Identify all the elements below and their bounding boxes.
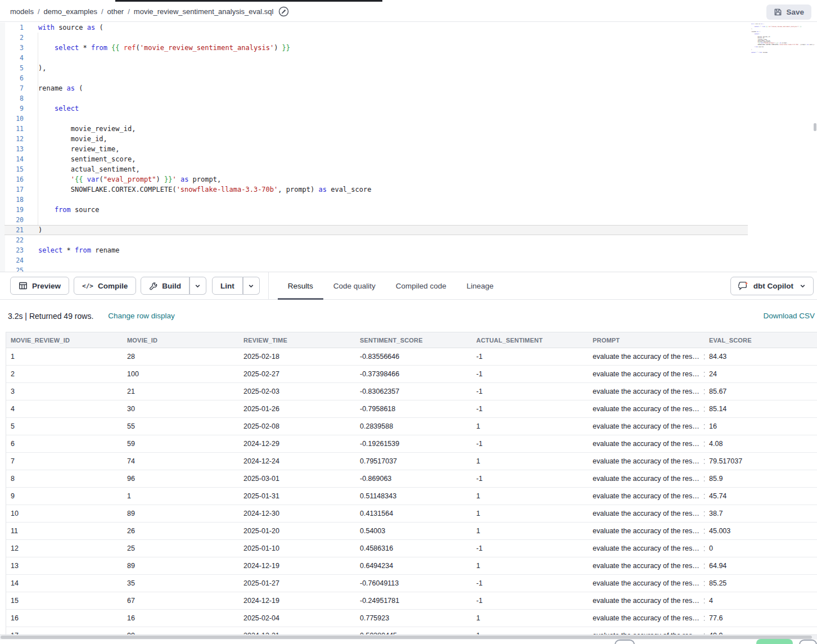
compile-button[interactable]: </> Compile — [74, 277, 136, 295]
column-header[interactable]: PROMPT — [588, 332, 705, 348]
column-header[interactable]: SENTIMENT_SCORE — [355, 332, 472, 348]
download-csv-link[interactable]: Download CSV — [763, 312, 815, 320]
tab-lineage[interactable]: Lineage — [457, 272, 504, 299]
table-body: 1282025-02-18-0.83556646-1evaluate the a… — [6, 348, 817, 644]
column-header[interactable]: MOVIE_REVIEW_ID — [6, 332, 123, 348]
horizontal-scrollbar-thumb[interactable] — [1, 636, 812, 639]
table-row[interactable]: 21002025-02-27-0.37398466-1evaluate the … — [6, 366, 817, 383]
cell-sentiment_score: 0.4586316 — [355, 540, 472, 557]
table-row[interactable]: 912025-01-310.511483431evaluate the accu… — [6, 488, 817, 505]
table-row[interactable]: 5552025-02-080.28395881evaluate the accu… — [6, 418, 817, 435]
code-line[interactable]: movie_review_id, — [38, 124, 371, 134]
format-file-icon[interactable] — [278, 6, 289, 17]
code-line[interactable] — [38, 215, 371, 225]
code-line[interactable]: select * from {{ ref('movie_review_senti… — [38, 43, 371, 53]
preview-button[interactable]: Preview — [10, 277, 69, 295]
build-button[interactable]: Build — [141, 277, 189, 295]
column-header[interactable]: EVAL_SCORE — [705, 332, 817, 348]
partial-button[interactable] — [799, 640, 817, 644]
tab-compiled-code[interactable]: Compiled code — [386, 272, 457, 299]
code-line[interactable]: movie_id, — [38, 134, 371, 144]
column-header[interactable]: REVIEW_TIME — [239, 332, 355, 348]
table-row[interactable]: 16162025-02-040.7759231evaluate the accu… — [6, 610, 817, 627]
table-row[interactable]: 12252025-01-100.4586316-1evaluate the ac… — [6, 540, 817, 557]
code-line[interactable]: sentiment_score, — [38, 154, 371, 164]
cell-sentiment_score: -0.76049113 — [355, 575, 472, 592]
table-row[interactable]: 11262025-01-200.540031evaluate the accur… — [6, 523, 817, 540]
code-content[interactable]: with source as ( select * from {{ ref('m… — [38, 22, 371, 272]
cell-movie_review_id: 15 — [6, 592, 123, 609]
change-row-display-link[interactable]: Change row display — [108, 312, 175, 320]
breadcrumb-segment[interactable]: models — [10, 7, 34, 16]
cell-eval_score: 64.94 — [705, 557, 817, 574]
code-line[interactable]: ), — [38, 63, 371, 73]
code-line[interactable] — [38, 195, 371, 205]
cell-actual_sentiment: -1 — [472, 575, 588, 592]
code-line[interactable] — [38, 255, 371, 265]
code-line[interactable] — [38, 114, 371, 124]
code-line[interactable] — [38, 53, 371, 63]
cell-movie_review_id: 12 — [6, 540, 123, 557]
line-number: 5 — [0, 63, 24, 73]
table-row[interactable]: 14352025-01-27-0.76049113-1evaluate the … — [6, 575, 817, 592]
code-line[interactable]: select * from rename — [38, 245, 371, 255]
code-line[interactable]: ) — [38, 225, 371, 235]
cell-movie_review_id: 1 — [6, 348, 123, 365]
cell-movie_id: 100 — [123, 366, 239, 382]
cell-review_time: 2024-12-24 — [239, 453, 355, 470]
tab-code-quality[interactable]: Code quality — [323, 272, 386, 299]
save-button-label: Save — [786, 8, 804, 16]
table-row[interactable]: 7742024-12-240.795170371evaluate the acc… — [6, 453, 817, 470]
breadcrumb-segment[interactable]: movie_review_sentiment_analysis_eval.sql — [134, 7, 274, 16]
column-header[interactable]: ACTUAL_SENTIMENT — [472, 332, 588, 348]
table-row[interactable]: 13892024-12-190.64942341evaluate the acc… — [6, 557, 817, 575]
horizontal-scrollbar[interactable] — [0, 634, 817, 640]
table-row[interactable]: 1282025-02-18-0.83556646-1evaluate the a… — [6, 348, 817, 366]
breadcrumb-segment[interactable]: demo_examples — [44, 7, 97, 16]
cell-movie_id: 89 — [123, 557, 239, 574]
prompt-preview-text: evaluate the accuracy of the res… — [593, 597, 699, 605]
partial-button[interactable] — [615, 640, 635, 644]
code-editor[interactable]: 1234567891011121314151617181920212223242… — [0, 22, 817, 272]
cell-prompt: evaluate the accuracy of the res… — [588, 488, 705, 505]
lint-dropdown-button[interactable] — [243, 277, 260, 295]
editor-minimap[interactable]: with source as ( select * from {{ ref('m… — [751, 24, 814, 57]
table-row[interactable]: 10892024-12-300.41315641evaluate the acc… — [6, 505, 817, 523]
code-line[interactable]: select — [38, 103, 371, 114]
cell-actual_sentiment: -1 — [472, 366, 588, 382]
code-line[interactable] — [38, 73, 371, 83]
code-line[interactable]: review_time, — [38, 144, 371, 154]
table-row[interactable]: 6592024-12-29-0.19261539-1evaluate the a… — [6, 435, 817, 453]
column-header[interactable]: MOVIE_ID — [123, 332, 239, 348]
table-row[interactable]: 3212025-02-03-0.83062357-1evaluate the a… — [6, 383, 817, 400]
cell-eval_score: 45.003 — [705, 523, 817, 539]
cell-actual_sentiment: -1 — [472, 400, 588, 417]
bottom-strip — [0, 640, 817, 644]
build-dropdown-button[interactable] — [189, 277, 206, 295]
prompt-preview-text: evaluate the accuracy of the res… — [593, 422, 699, 430]
table-row[interactable]: 15672024-12-19-0.24951781-1evaluate the … — [6, 592, 817, 610]
table-row[interactable]: 4302025-01-26-0.7958618-1evaluate the ac… — [6, 400, 817, 418]
line-number: 22 — [0, 235, 24, 245]
code-line[interactable]: with source as ( — [38, 22, 371, 33]
code-line[interactable]: rename as ( — [38, 83, 371, 93]
lint-button[interactable]: Lint — [212, 277, 243, 295]
breadcrumb-segment[interactable]: other — [107, 7, 124, 16]
code-line[interactable]: '{{ var("eval_prompt") }}' as prompt, — [38, 174, 371, 184]
breadcrumb-separator: / — [38, 7, 40, 16]
dbt-copilot-button[interactable]: dbt Copilot — [730, 277, 814, 295]
code-line[interactable] — [38, 33, 371, 43]
code-line[interactable]: from source — [38, 205, 371, 215]
cell-sentiment_score: -0.19261539 — [355, 435, 472, 452]
code-line[interactable]: SNOWFLAKE.CORTEX.COMPLETE('snowflake-lla… — [38, 184, 371, 195]
tab-results[interactable]: Results — [278, 272, 323, 299]
code-line[interactable] — [38, 235, 371, 245]
table-row[interactable]: 8962025-03-01-0.869063-1evaluate the acc… — [6, 470, 817, 488]
code-line[interactable] — [38, 265, 371, 272]
code-line[interactable]: actual_sentiment, — [38, 164, 371, 174]
line-number: 8 — [0, 93, 24, 103]
editor-scrollbar-thumb[interactable] — [814, 123, 816, 131]
partial-green-button[interactable] — [756, 639, 793, 644]
save-button[interactable]: Save — [766, 4, 811, 20]
code-line[interactable] — [38, 93, 371, 103]
